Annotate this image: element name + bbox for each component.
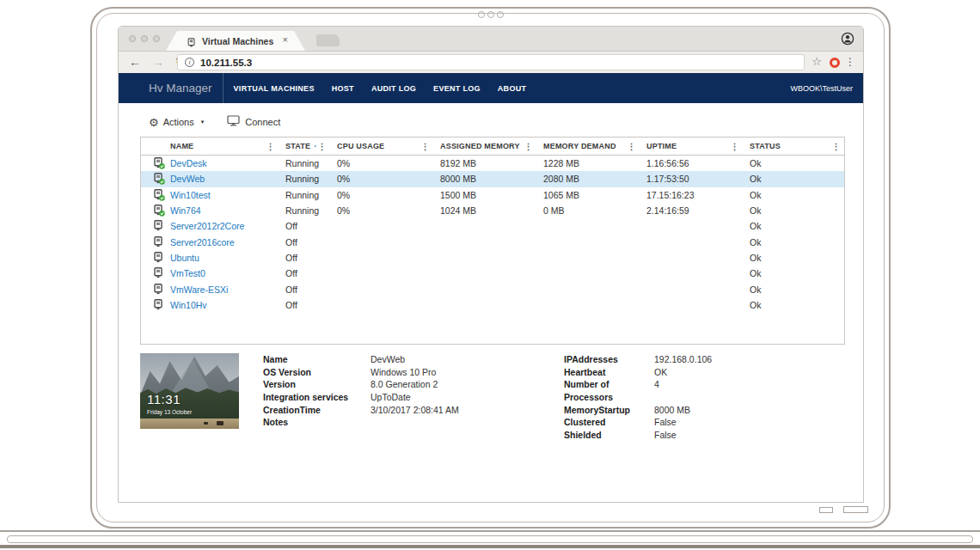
- thumbnail-animal: [204, 422, 208, 425]
- tab-close-icon[interactable]: ×: [283, 34, 288, 45]
- thumbnail-meadow: [140, 419, 239, 429]
- column-menu-icon[interactable]: ⋮: [318, 142, 327, 151]
- table-row[interactable]: VmWare-ESXiOffOk: [141, 281, 844, 296]
- column-header-status[interactable]: STATUS⋮: [743, 138, 844, 155]
- nav-item-host[interactable]: HOST: [323, 84, 363, 93]
- window-close-button[interactable]: [129, 35, 136, 42]
- detail-value-clustered: False: [654, 416, 822, 429]
- sort-indicator: ·: [314, 142, 317, 151]
- column-header-cpu-usage[interactable]: CPU USAGE⋮: [330, 138, 433, 155]
- table-row[interactable]: Win10testRunning0%1500 MB1065 MB17.15:16…: [141, 187, 844, 203]
- cell-status: Ok: [743, 237, 844, 248]
- vm-preview-thumbnail[interactable]: 11:31 Friday 13 October: [140, 353, 239, 429]
- extension-icon[interactable]: [830, 58, 840, 68]
- column-menu-icon[interactable]: ⋮: [421, 142, 430, 151]
- cell-demand: 2080 MB: [536, 174, 640, 184]
- column-header-label: UPTIME: [646, 142, 677, 150]
- cell-demand: 0 MB: [536, 205, 640, 216]
- column-header-state[interactable]: STATE·⋮: [279, 138, 330, 155]
- cell-assigned: 8000 MB: [433, 174, 536, 184]
- vm-off-icon: [153, 252, 165, 264]
- vm-off-icon: [153, 284, 165, 296]
- column-menu-icon[interactable]: ⋮: [628, 142, 636, 151]
- vm-off-icon: [153, 220, 165, 232]
- vm-name-link[interactable]: Win764: [170, 205, 201, 216]
- thumbnail-animal: [217, 421, 224, 425]
- vm-name-link[interactable]: DevWeb: [170, 174, 205, 184]
- chevron-down-icon[interactable]: ▾: [201, 119, 205, 125]
- detail-label-version: Version: [263, 378, 371, 391]
- page-info-icon[interactable]: i: [185, 58, 194, 67]
- nav-items: VIRTUAL MACHINESHOSTAUDIT LOGEVENT LOGAB…: [223, 73, 536, 103]
- nav-item-audit-log[interactable]: AUDIT LOG: [363, 84, 425, 93]
- cell-state: Off: [279, 253, 330, 263]
- table-row[interactable]: VmTest0OffOk: [141, 266, 844, 281]
- detail-label-shielded: Shielded: [564, 429, 654, 442]
- column-header-name[interactable]: NAME⋮: [141, 138, 279, 155]
- nav-item-virtual-machines[interactable]: VIRTUAL MACHINES: [225, 84, 323, 93]
- column-header-uptime[interactable]: UPTIME⋮: [640, 138, 743, 155]
- vm-name-cell: VmTest0: [141, 267, 279, 279]
- column-header-assigned-memory[interactable]: ASSIGNED MEMORY⋮: [433, 138, 536, 155]
- window-zoom-button[interactable]: [153, 35, 160, 42]
- nav-item-about[interactable]: ABOUT: [489, 84, 536, 93]
- vm-name-cell: Server2016core: [141, 236, 279, 248]
- column-menu-icon[interactable]: ⋮: [731, 142, 739, 151]
- column-menu-icon[interactable]: ⋮: [266, 142, 275, 151]
- table-row[interactable]: Win10HvOffOk: [141, 297, 844, 313]
- address-bar[interactable]: i 10.211.55.3: [177, 54, 805, 70]
- cell-status: Ok: [743, 268, 844, 278]
- vm-name-link[interactable]: VmWare-ESXi: [170, 284, 228, 295]
- detail-value-version: 8.0 Generation 2: [371, 378, 538, 391]
- cell-uptime: 2.14:16:59: [640, 205, 743, 216]
- detail-label-integration-services: Integration services: [263, 391, 371, 404]
- column-header-label: STATUS: [750, 142, 781, 150]
- cell-status: Ok: [743, 300, 844, 310]
- table-row[interactable]: Server2016coreOffOk: [141, 234, 844, 249]
- bookmark-star-icon[interactable]: ☆: [812, 55, 822, 68]
- table-row[interactable]: DevWebRunning0%8000 MB2080 MB1.17:53:50O…: [141, 171, 844, 186]
- back-icon[interactable]: ←: [129, 55, 141, 69]
- column-header-label: STATE: [285, 142, 310, 150]
- vm-name-cell: Win10test: [141, 189, 279, 201]
- cell-status: Ok: [743, 205, 844, 216]
- table-row[interactable]: DevDeskRunning0%8192 MB1228 MB1.16:56:56…: [141, 156, 844, 171]
- url-text: 10.211.55.3: [200, 58, 252, 68]
- browser-tab[interactable]: Virtual Machines ×: [166, 31, 305, 51]
- signed-in-user: WBOOK\TestUser: [790, 84, 853, 93]
- detail-value-shielded: False: [654, 429, 822, 442]
- vm-name-link[interactable]: Server2012r2Core: [170, 221, 244, 231]
- vm-name-link[interactable]: Win10test: [170, 190, 211, 200]
- profile-icon[interactable]: [841, 32, 854, 46]
- vm-name-cell: Win764: [141, 205, 279, 217]
- actions-button[interactable]: Actions: [163, 117, 194, 127]
- app-brand[interactable]: Hv Manager: [149, 82, 212, 95]
- nav-item-event-log[interactable]: EVENT LOG: [425, 84, 489, 93]
- vm-name-link[interactable]: Ubuntu: [170, 253, 199, 263]
- vm-name-link[interactable]: Win10Hv: [170, 300, 207, 310]
- table-row[interactable]: UbuntuOffOk: [141, 250, 844, 266]
- vm-name-link[interactable]: VmTest0: [170, 268, 205, 278]
- inactive-tab[interactable]: [316, 34, 340, 46]
- cell-assigned: 8192 MB: [433, 158, 536, 168]
- vm-running-icon: [153, 189, 165, 201]
- detail-label-creationtime: CreationTime: [263, 404, 371, 417]
- vm-name-link[interactable]: DevDesk: [170, 158, 207, 168]
- cell-status: Ok: [743, 253, 844, 263]
- lockscreen-time: 11:31: [147, 392, 181, 406]
- column-menu-icon[interactable]: ⋮: [832, 142, 841, 151]
- browser-menu-icon[interactable]: ⋮: [845, 56, 855, 68]
- column-header-memory-demand[interactable]: MEMORY DEMAND⋮: [536, 138, 640, 155]
- vm-name-link[interactable]: Server2016core: [170, 237, 235, 248]
- table-row[interactable]: Server2012r2CoreOffOk: [141, 218, 844, 234]
- table-row[interactable]: Win764Running0%1024 MB0 MB2.14:16:59Ok: [141, 203, 844, 218]
- forward-icon[interactable]: →: [152, 55, 164, 69]
- vm-name-cell: DevDesk: [141, 157, 279, 169]
- column-menu-icon[interactable]: ⋮: [524, 142, 533, 151]
- detail-label-number-of-processors: Number of Processors: [564, 378, 654, 403]
- window-minimize-button[interactable]: [141, 35, 148, 42]
- vm-details-left: NameDevWebOS VersionWindows 10 ProVersio…: [263, 353, 538, 429]
- connect-button[interactable]: Connect: [227, 114, 280, 130]
- grid-header-row: NAME⋮STATE·⋮CPU USAGE⋮ASSIGNED MEMORY⋮ME…: [141, 138, 844, 156]
- gear-icon: ⚙: [149, 116, 159, 129]
